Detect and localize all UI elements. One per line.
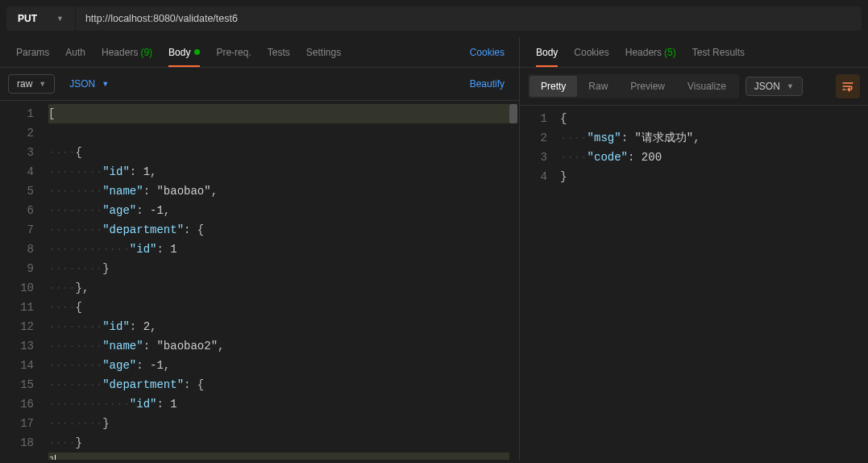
body-type-select[interactable]: raw ▼	[8, 74, 55, 94]
body-modified-dot	[194, 49, 200, 55]
cookies-link[interactable]: Cookies	[463, 47, 511, 58]
tab-settings[interactable]: Settings	[298, 37, 349, 67]
chevron-down-icon: ▼	[39, 80, 46, 88]
http-method-select[interactable]: PUT ▼	[6, 6, 76, 31]
vtab-pretty[interactable]: Pretty	[530, 76, 577, 97]
body-format-select[interactable]: JSON ▼	[61, 75, 117, 93]
resp-headers-count: (5)	[664, 47, 676, 58]
tab-resp-cookies[interactable]: Cookies	[566, 37, 617, 67]
response-tabs: Body Cookies Headers(5) Test Results	[520, 37, 868, 68]
chevron-down-icon: ▼	[787, 82, 794, 90]
request-pane: Params Auth Headers(9) Body Pre-req. Tes…	[0, 37, 520, 460]
vtab-visualize[interactable]: Visualize	[676, 76, 737, 97]
http-method-label: PUT	[18, 13, 37, 24]
main-split: Params Auth Headers(9) Body Pre-req. Tes…	[0, 37, 868, 460]
response-pane: Body Cookies Headers(5) Test Results Pre…	[520, 37, 868, 460]
tab-resp-headers[interactable]: Headers(5)	[617, 37, 684, 67]
chevron-down-icon: ▼	[102, 80, 109, 88]
url-input[interactable]	[76, 6, 862, 31]
code-content: { ····"msg": "请求成功", ····"code": 200 }	[560, 106, 868, 460]
vtab-preview[interactable]: Preview	[619, 76, 676, 97]
tab-headers[interactable]: Headers(9)	[93, 37, 160, 67]
request-body-editor[interactable]: 123456789101112131415161718 [ ····{ ····…	[0, 100, 519, 460]
response-format-select[interactable]: JSON ▼	[745, 77, 803, 96]
chevron-down-icon: ▼	[56, 15, 64, 23]
tab-body[interactable]: Body	[160, 37, 208, 67]
response-subbar: Pretty Raw Preview Visualize JSON ▼	[520, 68, 868, 105]
wrap-icon	[841, 80, 854, 93]
line-gutter: 1234	[520, 106, 560, 460]
beautify-link[interactable]: Beautify	[463, 78, 511, 90]
wrap-lines-button[interactable]	[836, 74, 860, 98]
tab-resp-body[interactable]: Body	[528, 37, 566, 67]
headers-count: (9)	[140, 47, 152, 58]
response-body-viewer[interactable]: 1234 { ····"msg": "请求成功", ····"code": 20…	[520, 105, 868, 460]
tab-tests[interactable]: Tests	[260, 37, 298, 67]
tab-auth[interactable]: Auth	[57, 37, 93, 67]
code-content[interactable]: [ ····{ ········"id": 1, ········"name":…	[48, 101, 519, 460]
tab-prereq[interactable]: Pre-req.	[208, 37, 259, 67]
tab-params[interactable]: Params	[8, 37, 57, 67]
response-view-tabs: Pretty Raw Preview Visualize	[528, 74, 739, 98]
tab-resp-testresults[interactable]: Test Results	[684, 37, 753, 67]
body-subbar: raw ▼ JSON ▼ Beautify	[0, 68, 519, 100]
scrollbar-thumb[interactable]	[509, 104, 517, 123]
request-bar: PUT ▼	[0, 0, 868, 37]
line-gutter: 123456789101112131415161718	[0, 101, 48, 460]
vtab-raw[interactable]: Raw	[577, 76, 619, 97]
request-tabs: Params Auth Headers(9) Body Pre-req. Tes…	[0, 37, 519, 68]
